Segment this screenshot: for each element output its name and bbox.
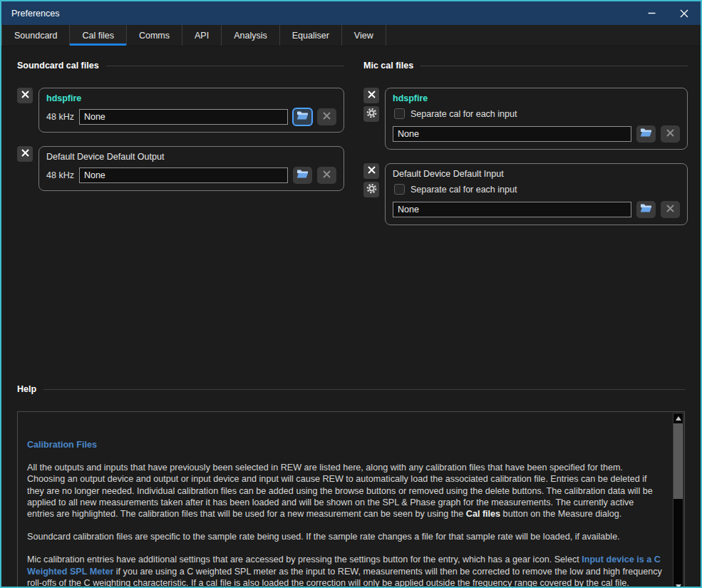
folder-open-icon (296, 169, 309, 182)
section-title: Mic cal files (363, 61, 413, 71)
soundcard-entry-default-output: Default Device Default Output 48 kHz (17, 146, 344, 191)
clear-x-icon (322, 110, 331, 123)
mic-entry-default-input: Default Device Default Input Separate ca… (363, 163, 688, 225)
help-section: Help Calibration Files All the outputs a… (17, 384, 685, 588)
tab-label: Analysis (234, 31, 267, 41)
delete-entry-button[interactable] (17, 146, 33, 162)
delete-entry-button[interactable] (17, 88, 33, 103)
cal-file-input[interactable] (393, 126, 631, 142)
tab-cal-files[interactable]: Cal files (70, 25, 126, 46)
help-paragraph-2: Soundcard calibration files are specific… (27, 531, 663, 542)
help-text: Calibration Files All the outputs and in… (18, 412, 684, 588)
tab-equaliser[interactable]: Equaliser (280, 25, 342, 46)
tab-view[interactable]: View (342, 25, 386, 46)
tab-analysis[interactable]: Analysis (222, 25, 280, 46)
cal-entry-card: Default Device Default Input Separate ca… (385, 163, 688, 225)
section-title: Soundcard cal files (17, 61, 99, 71)
soundcard-section-header: Soundcard cal files (17, 61, 344, 71)
delete-x-icon (21, 89, 30, 102)
delete-x-icon (367, 165, 376, 177)
minimize-icon (648, 9, 656, 17)
tab-label: View (354, 31, 373, 41)
scroll-down-button[interactable] (673, 582, 683, 588)
tab-comms[interactable]: Comms (127, 25, 182, 46)
scrollbar-track[interactable] (673, 423, 683, 582)
minimize-button[interactable] (635, 1, 668, 25)
separate-cal-checkbox[interactable] (394, 108, 405, 119)
cal-file-input[interactable] (79, 109, 288, 125)
device-name: Default Device Default Output (46, 152, 336, 162)
help-scrollbar[interactable] (673, 413, 683, 588)
section-title: Help (17, 384, 36, 394)
cal-file-input[interactable] (79, 167, 288, 183)
folder-open-icon (640, 128, 652, 140)
folder-open-icon (296, 110, 309, 123)
help-text-run: button on the Measure dialog. (500, 509, 621, 519)
scroll-up-button[interactable] (673, 413, 683, 423)
help-paragraph-1: All the outputs and inputs that have pre… (27, 462, 663, 520)
cal-entry-card: hdspfire Separate cal for each input (385, 88, 688, 150)
browse-button[interactable] (636, 125, 656, 143)
clear-file-button[interactable] (661, 201, 680, 218)
delete-x-icon (367, 89, 376, 102)
gear-icon (366, 108, 377, 121)
arrow-down-icon (676, 584, 681, 588)
settings-button[interactable] (363, 182, 379, 197)
divider-line (106, 66, 344, 66)
cal-files-bold-text: Cal files (466, 509, 500, 519)
help-text-run: if you are using a C weighted SPL meter … (27, 567, 662, 588)
tab-api[interactable]: API (182, 25, 222, 46)
delete-entry-button[interactable] (363, 163, 379, 179)
device-name: hdspfire (393, 93, 680, 103)
help-text-run: Mic calibration entries have additional … (27, 555, 582, 564)
browse-button[interactable] (293, 167, 312, 184)
device-name: Default Device Default Input (393, 169, 680, 179)
close-icon (680, 9, 688, 18)
clear-x-icon (322, 169, 331, 182)
delete-x-icon (21, 148, 30, 160)
clear-file-button[interactable] (317, 108, 336, 125)
cal-entry-card: Default Device Default Output 48 kHz (38, 146, 344, 191)
clear-file-button[interactable] (317, 167, 336, 184)
tab-label: API (195, 31, 209, 41)
divider-line (420, 66, 688, 66)
clear-x-icon (666, 128, 675, 140)
scrollbar-thumb[interactable] (673, 423, 683, 499)
tab-label: Soundcard (14, 31, 57, 41)
arrow-up-icon (676, 416, 681, 421)
soundcard-cal-files-section: Soundcard cal files hdspfire (17, 61, 344, 383)
help-paragraph-3: Mic calibration entries have additional … (27, 554, 663, 588)
separate-cal-checkbox[interactable] (394, 184, 405, 195)
mic-cal-files-section: Mic cal files (363, 61, 688, 383)
cal-file-input[interactable] (393, 202, 631, 217)
sample-rate-label: 48 kHz (46, 170, 74, 180)
help-section-header: Help (17, 384, 685, 394)
window-controls (635, 1, 701, 25)
folder-open-icon (640, 203, 652, 216)
browse-button[interactable] (293, 108, 312, 125)
tab-label: Equaliser (292, 31, 329, 41)
sample-rate-label: 48 kHz (46, 112, 74, 122)
preferences-window: Preferences Soundcard Cal files Comms AP… (0, 0, 702, 588)
tab-label: Cal files (82, 31, 113, 41)
delete-entry-button[interactable] (363, 88, 379, 103)
close-button[interactable] (668, 1, 701, 25)
gear-icon (366, 183, 377, 197)
settings-button[interactable] (363, 106, 379, 122)
cal-entry-card: hdspfire 48 kHz (38, 88, 344, 133)
separate-cal-label: Separate cal for each input (411, 185, 517, 195)
separate-cal-label: Separate cal for each input (411, 109, 517, 119)
mic-section-header: Mic cal files (363, 61, 688, 71)
window-title: Preferences (11, 9, 59, 19)
divider-line (43, 389, 685, 390)
help-heading: Calibration Files (27, 439, 663, 450)
tab-soundcard[interactable]: Soundcard (1, 25, 70, 46)
mic-entry-hdspfire: hdspfire Separate cal for each input (363, 88, 688, 150)
clear-x-icon (666, 203, 675, 216)
soundcard-entry-hdspfire: hdspfire 48 kHz (17, 88, 344, 133)
tab-label: Comms (139, 31, 170, 41)
titlebar: Preferences (1, 1, 701, 25)
device-name: hdspfire (46, 93, 336, 103)
browse-button[interactable] (636, 201, 656, 218)
clear-file-button[interactable] (661, 125, 680, 143)
